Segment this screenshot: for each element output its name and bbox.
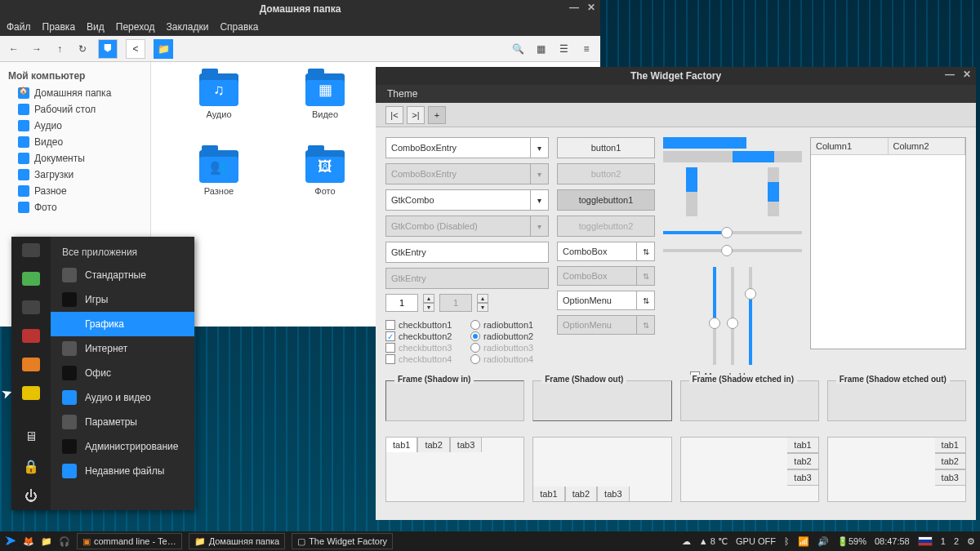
menu-view[interactable]: Вид bbox=[87, 21, 105, 33]
appmenu-item-admin[interactable]: Администрирование bbox=[51, 434, 194, 459]
fav-app-1-icon[interactable] bbox=[22, 272, 40, 286]
menu-file[interactable]: Файл bbox=[7, 21, 31, 33]
view-icons-icon[interactable]: ▦ bbox=[533, 42, 548, 56]
power-icon[interactable]: ⏻ bbox=[24, 489, 38, 504]
tab[interactable]: tab3 bbox=[935, 469, 966, 486]
path-home-icon[interactable]: ⛊ bbox=[98, 39, 118, 59]
sidebar-item-misc[interactable]: Разное bbox=[0, 183, 150, 199]
column-1-header[interactable]: Column1 bbox=[811, 138, 889, 154]
menu-theme[interactable]: Theme bbox=[387, 88, 417, 100]
optionmenu[interactable]: OptionMenu⇅ bbox=[557, 291, 655, 310]
hslider-2[interactable] bbox=[663, 249, 802, 252]
tb-first-icon[interactable]: |< bbox=[385, 106, 403, 124]
folder-misc[interactable]: 👥 Разное bbox=[174, 150, 264, 224]
vslider-2[interactable] bbox=[731, 267, 734, 365]
menu-help[interactable]: Справка bbox=[220, 21, 258, 33]
filemgr-titlebar[interactable]: Домашняя папка — ✕ bbox=[0, 0, 600, 18]
tray-workspace-1[interactable]: 1 bbox=[941, 536, 946, 546]
column-2-header[interactable]: Column2 bbox=[889, 138, 966, 154]
tab[interactable]: tab2 bbox=[935, 453, 966, 469]
taskbar-app-terminal[interactable]: ▣command line - Te… bbox=[77, 533, 182, 549]
tab[interactable]: tab3 bbox=[787, 469, 818, 486]
appmenu-item-recent[interactable]: Недавние файлы bbox=[51, 459, 194, 483]
gtkcombo[interactable]: GtkCombo▾ bbox=[385, 189, 549, 211]
spinner-icon[interactable]: ⇅ bbox=[636, 242, 654, 260]
start-menu-icon[interactable]: ⮞ bbox=[5, 535, 16, 548]
search-icon[interactable]: 🔍 bbox=[510, 42, 525, 56]
appmenu-item-graphics[interactable]: Графика bbox=[51, 312, 194, 336]
radio-checked-icon[interactable] bbox=[470, 331, 480, 341]
path-back-btn[interactable]: < bbox=[126, 39, 145, 59]
appmenu-item-accessories[interactable]: Стандартные bbox=[51, 263, 194, 287]
close-icon[interactable]: ✕ bbox=[587, 2, 595, 13]
hslider-1[interactable] bbox=[663, 231, 802, 234]
tray-gpu[interactable]: GPU OFF bbox=[736, 536, 776, 546]
sidebar-item-home[interactable]: Домашняя папка bbox=[0, 85, 150, 101]
sidebar-item-photo[interactable]: Фото bbox=[0, 199, 150, 216]
tray-keyboard-layout-icon[interactable] bbox=[918, 536, 933, 546]
radiobutton2[interactable]: radiobutton2 bbox=[470, 331, 549, 341]
chevron-down-icon[interactable]: ▾ bbox=[530, 190, 548, 210]
combobox[interactable]: ComboBox⇅ bbox=[557, 242, 655, 261]
treeview[interactable]: Column1 Column2 bbox=[810, 137, 966, 349]
tray-settings-icon[interactable]: ⚙ bbox=[967, 536, 975, 547]
view-list-icon[interactable]: ☰ bbox=[556, 42, 571, 56]
appmenu-item-internet[interactable]: Интернет bbox=[51, 336, 194, 361]
lock-icon[interactable]: 🔒 bbox=[23, 459, 39, 474]
menu-bookmarks[interactable]: Закладки bbox=[166, 21, 208, 33]
tb-last-icon[interactable]: >| bbox=[407, 106, 425, 124]
minimize-icon[interactable]: — bbox=[945, 69, 955, 80]
tab[interactable]: tab1 bbox=[385, 437, 417, 452]
checkbutton1[interactable]: checkbutton1 bbox=[385, 320, 464, 330]
fav-app-4-icon[interactable] bbox=[22, 358, 40, 371]
radio-icon[interactable] bbox=[470, 320, 480, 330]
vslider-1[interactable] bbox=[713, 267, 716, 365]
checkbox-checked-icon[interactable]: ✓ bbox=[385, 331, 395, 341]
appmenu-item-av[interactable]: Аудио и видео bbox=[51, 385, 194, 410]
menu-go[interactable]: Переход bbox=[116, 21, 155, 33]
folder-photo[interactable]: 🖼 Фото bbox=[280, 150, 370, 224]
launcher-firefox-icon[interactable]: 🦊 bbox=[23, 536, 34, 547]
appmenu-item-office[interactable]: Офис bbox=[51, 361, 194, 385]
tray-cloud-icon[interactable]: ☁ bbox=[682, 536, 691, 547]
checkbox-icon[interactable] bbox=[385, 320, 395, 330]
appmenu-item-games[interactable]: Игры bbox=[51, 287, 194, 312]
folder-video[interactable]: ▦ Видео bbox=[280, 73, 370, 147]
appmenu-item-settings[interactable]: Параметры bbox=[51, 410, 194, 434]
tab[interactable]: tab1 bbox=[787, 437, 818, 453]
folder-audio[interactable]: ♫ Аудио bbox=[174, 73, 264, 147]
gtkentry[interactable]: GtkEntry bbox=[385, 242, 549, 263]
spin-down-icon[interactable]: ▾ bbox=[423, 303, 434, 312]
tab[interactable]: tab1 bbox=[935, 437, 966, 453]
widget-titlebar[interactable]: The Widget Factory — ✕ bbox=[376, 67, 976, 85]
forward-icon[interactable]: → bbox=[29, 42, 44, 56]
tray-volume-icon[interactable]: 🔊 bbox=[817, 536, 829, 547]
menu-edit[interactable]: Правка bbox=[42, 21, 76, 33]
checkbutton2[interactable]: ✓checkbutton2 bbox=[385, 331, 464, 341]
radiobutton1[interactable]: radiobutton1 bbox=[470, 320, 549, 330]
fav-settings-icon[interactable] bbox=[22, 243, 40, 257]
spinner-icon[interactable]: ⇅ bbox=[636, 291, 654, 309]
spin-up-icon[interactable]: ▴ bbox=[423, 294, 434, 303]
tray-weather[interactable]: ▲ 8 ℃ bbox=[699, 536, 728, 547]
taskbar-app-files[interactable]: 📁Домашняя папка bbox=[189, 533, 285, 549]
tab[interactable]: tab2 bbox=[565, 487, 597, 502]
comboboxentry[interactable]: ComboBoxEntry▾ bbox=[385, 137, 549, 158]
close-icon[interactable]: ✕ bbox=[963, 69, 971, 80]
tray-wifi-icon[interactable]: 📶 bbox=[798, 536, 809, 547]
fav-app-3-icon[interactable] bbox=[22, 329, 40, 343]
button1[interactable]: button1 bbox=[557, 137, 655, 158]
sidebar-item-audio[interactable]: Аудио bbox=[0, 118, 150, 134]
taskbar-app-widget[interactable]: ▢The Widget Factory bbox=[292, 533, 393, 549]
launcher-headphones-icon[interactable]: 🎧 bbox=[59, 536, 70, 547]
tray-clock[interactable]: 08:47:58 bbox=[875, 536, 910, 546]
minimize-icon[interactable]: — bbox=[569, 2, 579, 13]
vslider-3[interactable] bbox=[749, 267, 752, 365]
tb-add-icon[interactable]: + bbox=[428, 106, 446, 124]
fav-app-2-icon[interactable] bbox=[22, 300, 40, 314]
tab[interactable]: tab1 bbox=[532, 487, 564, 502]
spinbutton-1[interactable] bbox=[385, 294, 418, 312]
sidebar-item-downloads[interactable]: Загрузки bbox=[0, 167, 150, 183]
launcher-files-icon[interactable]: 📁 bbox=[41, 536, 52, 547]
sidebar-item-desktop[interactable]: Рабочий стол bbox=[0, 101, 150, 118]
